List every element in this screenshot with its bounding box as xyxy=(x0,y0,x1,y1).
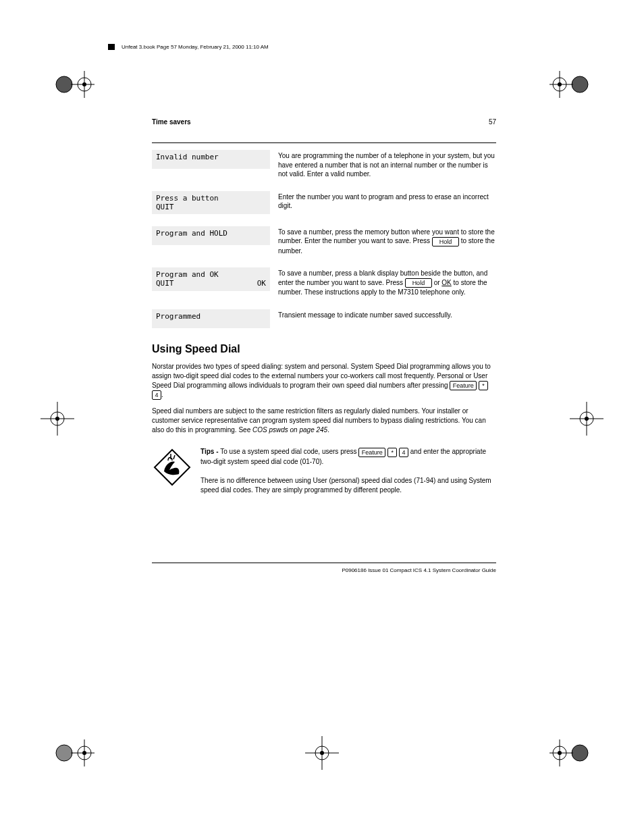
speed-dial-p2: Speed dial numbers are subject to the sa… xyxy=(152,407,496,435)
svg-point-31 xyxy=(558,751,562,755)
lcd-softkey-quit: QUIT xyxy=(156,203,174,211)
svg-point-0 xyxy=(56,76,72,93)
section-title: Time savers xyxy=(152,118,191,126)
file-bar: Unfeat 3.book Page 57 Monday, February 2… xyxy=(108,44,269,50)
four-key: 4 xyxy=(152,390,161,400)
page-content: Time savers 57 Invalid number You are pr… xyxy=(152,118,496,573)
desc-program-hold: To save a number, press the memory butto… xyxy=(278,226,496,255)
speed-dial-p1: Norstar provides two types of speed dial… xyxy=(152,362,496,400)
tip-label: Tips - xyxy=(200,448,220,455)
tip-icon xyxy=(152,447,192,489)
reg-mark-top-left xyxy=(54,64,95,105)
lcd-line: Invalid number xyxy=(156,153,266,161)
reg-mark-mid-right xyxy=(566,398,607,439)
svg-point-22 xyxy=(82,751,86,755)
lcd-program-ok: Program and OK QUIT OK xyxy=(152,267,270,290)
lcd-press-button: Press a button QUIT xyxy=(152,191,270,214)
four-key: 4 xyxy=(399,448,408,457)
speed-dial-heading: Using Speed Dial xyxy=(152,343,496,355)
lcd-line: Programmed xyxy=(156,312,266,321)
reg-mark-top-right xyxy=(549,64,590,105)
lcd-line: Program and OK xyxy=(156,270,266,279)
display-row-program-ok: Program and OK QUIT OK To save a number,… xyxy=(152,267,496,296)
lcd-line: Program and HOLD xyxy=(156,229,266,238)
header-rule xyxy=(152,142,496,143)
file-bar-text: Unfeat 3.book Page 57 Monday, February 2… xyxy=(122,44,269,50)
feature-key: Feature xyxy=(450,381,477,390)
desc-press-button: Enter the number you want to program and… xyxy=(278,191,496,211)
page-header: Time savers 57 xyxy=(152,118,496,126)
feature-key: Feature xyxy=(358,448,385,457)
reg-mark-bottom-left xyxy=(54,733,95,773)
footer-text: P0906186 Issue 01 Compact ICS 4.1 System… xyxy=(152,567,496,573)
star-key: * xyxy=(387,448,397,457)
page-number: 57 xyxy=(489,118,496,126)
display-row-program-hold: Program and HOLD To save a number, press… xyxy=(152,226,496,255)
cos-link: COS pswds on page 245 xyxy=(252,426,327,434)
footer-rule xyxy=(152,563,496,563)
lcd-softkey-quit: QUIT xyxy=(156,279,174,288)
hold-key: Hold xyxy=(432,237,459,246)
ok-softkey-label: OK xyxy=(441,279,451,286)
lcd-programmed: Programmed xyxy=(152,309,270,328)
lcd-softkey-ok: OK xyxy=(257,279,266,288)
svg-point-27 xyxy=(572,745,588,761)
desc-invalid-number: You are programming the number of a tele… xyxy=(278,150,496,179)
lcd-invalid-number: Invalid number xyxy=(152,150,270,169)
lcd-line: Press a button xyxy=(156,194,266,203)
reg-mark-bottom-right xyxy=(549,733,590,773)
svg-point-9 xyxy=(558,82,562,86)
display-row-programmed: Programmed Transient message to indicate… xyxy=(152,309,496,328)
svg-point-18 xyxy=(56,745,72,761)
reg-mark-mid-left xyxy=(37,398,78,439)
star-key: * xyxy=(479,381,488,390)
display-row-press-button: Press a button QUIT Enter the number you… xyxy=(152,191,496,214)
svg-point-13 xyxy=(55,417,59,421)
tip-text: Tips - To use a system speed dial code, … xyxy=(200,447,496,494)
desc-program-ok: To save a number, press a blank display … xyxy=(278,267,496,296)
desc-programmed: Transient message to indicate number sav… xyxy=(278,309,496,320)
svg-point-17 xyxy=(585,417,589,421)
tip-block: Tips - To use a system speed dial code, … xyxy=(152,447,496,494)
hold-key: Hold xyxy=(405,278,432,288)
svg-point-26 xyxy=(320,751,324,755)
svg-point-4 xyxy=(82,82,86,86)
svg-point-5 xyxy=(572,76,588,93)
reg-mark-bottom-center xyxy=(302,733,342,773)
lcd-program-hold: Program and HOLD xyxy=(152,226,270,245)
display-row-invalid: Invalid number You are programming the n… xyxy=(152,150,496,179)
svg-marker-32 xyxy=(155,450,190,485)
